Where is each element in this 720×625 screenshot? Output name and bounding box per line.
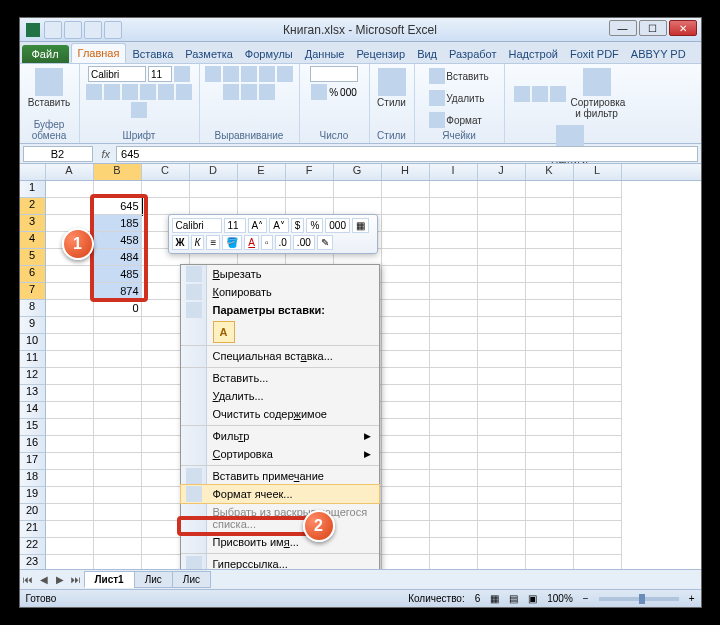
cell-A18[interactable] xyxy=(46,470,94,487)
cell-H11[interactable] xyxy=(382,351,430,368)
cell-J11[interactable] xyxy=(478,351,526,368)
ctx-paste-special[interactable]: Специальная вставка... xyxy=(181,345,379,365)
fill-color-icon[interactable] xyxy=(176,84,192,100)
zoom-slider[interactable] xyxy=(599,597,679,601)
sheet-nav-first[interactable]: ⏮ xyxy=(20,574,36,585)
fill-icon[interactable] xyxy=(532,86,548,102)
cell-J17[interactable] xyxy=(478,453,526,470)
cell-B3[interactable]: 185 xyxy=(94,215,142,232)
tab-addins[interactable]: Надстрой xyxy=(503,45,564,63)
cell-L16[interactable] xyxy=(574,436,622,453)
cell-L11[interactable] xyxy=(574,351,622,368)
close-button[interactable]: ✕ xyxy=(669,20,697,36)
font-size-select[interactable]: 11 xyxy=(148,66,172,82)
cell-I19[interactable] xyxy=(430,487,478,504)
row-header-9[interactable]: 9 xyxy=(20,317,46,334)
cell-L4[interactable] xyxy=(574,232,622,249)
cell-L17[interactable] xyxy=(574,453,622,470)
mini-grow-font-icon[interactable]: A˄ xyxy=(248,218,268,233)
cell-I17[interactable] xyxy=(430,453,478,470)
cell-L5[interactable] xyxy=(574,249,622,266)
cell-L19[interactable] xyxy=(574,487,622,504)
cell-J15[interactable] xyxy=(478,419,526,436)
cell-K22[interactable] xyxy=(526,538,574,555)
row-header-12[interactable]: 12 xyxy=(20,368,46,385)
maximize-button[interactable]: ☐ xyxy=(639,20,667,36)
cell-H4[interactable] xyxy=(382,232,430,249)
cell-E1[interactable] xyxy=(238,181,286,198)
cell-K2[interactable] xyxy=(526,198,574,215)
delete-cells-button[interactable]: Удалить xyxy=(426,88,487,108)
mini-format-icon[interactable]: ▦ xyxy=(352,218,369,233)
fx-icon[interactable]: fx xyxy=(96,148,117,160)
mini-font-color-icon[interactable]: A xyxy=(244,235,259,250)
row-header-4[interactable]: 4 xyxy=(20,232,46,249)
cell-I4[interactable] xyxy=(430,232,478,249)
cell-K17[interactable] xyxy=(526,453,574,470)
cell-I22[interactable] xyxy=(430,538,478,555)
cell-J22[interactable] xyxy=(478,538,526,555)
row-header-7[interactable]: 7 xyxy=(20,283,46,300)
cell-D1[interactable] xyxy=(190,181,238,198)
cell-K19[interactable] xyxy=(526,487,574,504)
cell-J12[interactable] xyxy=(478,368,526,385)
cell-K8[interactable] xyxy=(526,300,574,317)
view-layout-icon[interactable]: ▤ xyxy=(509,593,518,604)
cell-H17[interactable] xyxy=(382,453,430,470)
cell-I6[interactable] xyxy=(430,266,478,283)
align-center-icon[interactable] xyxy=(223,84,239,100)
format-cells-button[interactable]: Формат xyxy=(426,110,485,130)
cell-A11[interactable] xyxy=(46,351,94,368)
align-right-icon[interactable] xyxy=(241,84,257,100)
row-header-2[interactable]: 2 xyxy=(20,198,46,215)
cell-I20[interactable] xyxy=(430,504,478,521)
col-E[interactable]: E xyxy=(238,164,286,180)
cell-B1[interactable] xyxy=(94,181,142,198)
qat-undo-icon[interactable] xyxy=(64,21,82,39)
cell-L7[interactable] xyxy=(574,283,622,300)
cell-B9[interactable] xyxy=(94,317,142,334)
ctx-delete[interactable]: Удалить... xyxy=(181,387,379,405)
row-header-16[interactable]: 16 xyxy=(20,436,46,453)
cell-H20[interactable] xyxy=(382,504,430,521)
cell-K5[interactable] xyxy=(526,249,574,266)
autosum-icon[interactable] xyxy=(514,86,530,102)
formula-input[interactable]: 645 xyxy=(116,146,697,162)
cell-H21[interactable] xyxy=(382,521,430,538)
qat-redo-icon[interactable] xyxy=(84,21,102,39)
row-header-8[interactable]: 8 xyxy=(20,300,46,317)
cell-I21[interactable] xyxy=(430,521,478,538)
paste-button[interactable]: Вставить xyxy=(25,66,73,110)
cell-H16[interactable] xyxy=(382,436,430,453)
align-left-icon[interactable] xyxy=(277,66,293,82)
align-bottom-icon[interactable] xyxy=(241,66,257,82)
mini-italic-icon[interactable]: К xyxy=(191,235,205,250)
sheet-tab-2[interactable]: Лис xyxy=(134,571,173,588)
cell-F2[interactable] xyxy=(286,198,334,215)
cell-B7[interactable]: 874 xyxy=(94,283,142,300)
sheet-nav-next[interactable]: ▶ xyxy=(52,574,68,585)
cell-A13[interactable] xyxy=(46,385,94,402)
cell-H18[interactable] xyxy=(382,470,430,487)
cell-K13[interactable] xyxy=(526,385,574,402)
comma-icon[interactable]: 000 xyxy=(340,87,357,98)
merge-icon[interactable] xyxy=(259,84,275,100)
cell-K11[interactable] xyxy=(526,351,574,368)
cell-B15[interactable] xyxy=(94,419,142,436)
cell-I7[interactable] xyxy=(430,283,478,300)
cell-B2[interactable]: 645 xyxy=(94,198,142,215)
ctx-format-cells[interactable]: Формат ячеек... xyxy=(181,485,379,503)
cell-D2[interactable] xyxy=(190,198,238,215)
cell-K6[interactable] xyxy=(526,266,574,283)
mini-border-icon[interactable]: ▫ xyxy=(261,235,273,250)
cell-K16[interactable] xyxy=(526,436,574,453)
cell-B14[interactable] xyxy=(94,402,142,419)
col-D[interactable]: D xyxy=(190,164,238,180)
cell-A15[interactable] xyxy=(46,419,94,436)
ctx-cut[interactable]: ВВырезатьырезать xyxy=(181,265,379,283)
col-C[interactable]: C xyxy=(142,164,190,180)
mini-fill-color-icon[interactable]: 🪣 xyxy=(222,235,242,250)
cell-A2[interactable] xyxy=(46,198,94,215)
cell-H1[interactable] xyxy=(382,181,430,198)
tab-home[interactable]: Главная xyxy=(71,43,127,63)
